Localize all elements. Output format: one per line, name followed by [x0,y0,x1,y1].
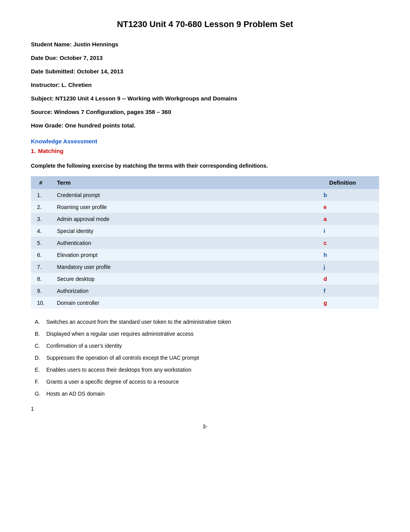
instructor-field: Instructor: L. Chretien [31,82,379,88]
col-header-term: Term [51,176,317,189]
subsection-number: 1. [31,148,36,154]
row-answer: i [317,225,379,237]
table-header-row: # Term Definition [31,176,379,189]
row-answer: h [317,249,379,261]
def-text: Suppresses the operation of all controls… [46,354,199,362]
row-term: Secure desktop [51,273,317,285]
table-row: 10. Domain controller g [31,297,379,309]
source-field: Source: Windows 7 Configuration, pages 3… [31,109,379,115]
table-row: 7. Mandatory user profile j [31,261,379,273]
student-name: Justin Hennings [73,41,119,48]
row-term: Special identity [51,225,317,237]
definition-item: E. Enables users to access their desktop… [35,366,379,374]
def-letter: F. [35,378,42,386]
table-row: 5. Authentication c [31,237,379,249]
subject-field: Subject: NT1230 Unit 4 Lesson 9 -- Worki… [31,95,379,102]
row-number: 5. [31,237,51,249]
def-text: Enables users to access their desktops f… [46,366,191,374]
matching-subsection-header: 1. Matching [31,148,379,158]
definition-item: G. Hosts an AD DS domain [35,390,379,398]
definition-item: D. Suppresses the operation of all contr… [35,354,379,362]
row-term: Admin approval mode [51,213,317,225]
row-answer: c [317,237,379,249]
definition-item: F. Grants a user a specific degree of ac… [35,378,379,386]
def-letter: C. [35,342,42,350]
row-number: 1. [31,189,51,201]
def-text: Switches an account from the standard us… [46,318,231,326]
row-term: Elevation prompt [51,249,317,261]
table-row: 9. Authorization f [31,285,379,297]
row-term: Domain controller [51,297,317,309]
meta-section: Student Name: Justin Hennings Date Due: … [31,41,379,129]
table-row: 3. Admin approval mode a [31,213,379,225]
date-submitted-field: Date Submitted: October 14, 2013 [31,68,379,75]
page-number-side: 1 [31,406,379,412]
definition-item: B. Displayed when a regular user require… [35,330,379,338]
instruction-text: Complete the following exercise by match… [31,162,379,170]
row-answer: d [317,273,379,285]
row-answer: f [317,285,379,297]
def-text: Displayed when a regular user requires a… [46,330,193,338]
definition-item: A. Switches an account from the standard… [35,318,379,326]
col-header-definition: Definition [317,176,379,189]
def-letter: G. [35,390,42,398]
row-answer: j [317,261,379,273]
row-number: 6. [31,249,51,261]
def-letter: B. [35,330,42,338]
row-number: 4. [31,225,51,237]
how-grade-field: How Grade: One hundred points total. [31,122,379,129]
table-row: 6. Elevation prompt h [31,249,379,261]
date-due-field: Date Due: October 7, 2013 [31,54,379,61]
row-term: Authentication [51,237,317,249]
def-text: Confirmation of a user's identity [46,342,122,350]
row-number: 7. [31,261,51,273]
table-row: 1. Credential prompt b [31,189,379,201]
knowledge-assessment-heading: Knowledge Assessment [31,138,379,144]
def-letter: D. [35,354,42,362]
row-number: 3. [31,213,51,225]
table-row: 2. Roaming user profile e [31,201,379,213]
row-term: Mandatory user profile [51,261,317,273]
definitions-list: A. Switches an account from the standard… [35,318,379,398]
table-row: 4. Special identity i [31,225,379,237]
row-answer: e [317,201,379,213]
def-text: Grants a user a specific degree of acces… [46,378,179,386]
table-row: 8. Secure desktop d [31,273,379,285]
row-term: Credential prompt [51,189,317,201]
row-number: 8. [31,273,51,285]
row-number: 10. [31,297,51,309]
def-letter: E. [35,366,42,374]
student-label: Student Name: [31,41,73,48]
col-header-number: # [31,176,51,189]
student-name-field: Student Name: Justin Hennings [31,41,379,48]
row-term: Roaming user profile [51,201,317,213]
definition-item: C. Confirmation of a user's identity [35,342,379,350]
subsection-label: Matching [38,148,64,154]
row-number: 2. [31,201,51,213]
row-answer: g [317,297,379,309]
row-answer: b [317,189,379,201]
matching-table: # Term Definition 1. Credential prompt b… [31,176,379,309]
def-letter: A. [35,318,42,326]
row-answer: a [317,213,379,225]
row-term: Authorization [51,285,317,297]
def-text: Hosts an AD DS domain [46,390,105,398]
page-title: NT1230 Unit 4 70-680 Lesson 9 Problem Se… [31,15,379,29]
page-number-bottom: 3- [31,423,379,430]
row-number: 9. [31,285,51,297]
